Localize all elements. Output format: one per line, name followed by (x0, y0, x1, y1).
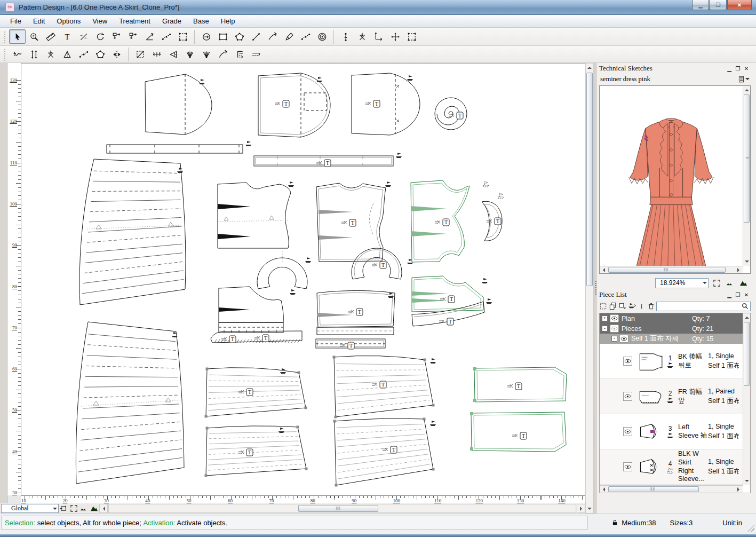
measure-tool-button[interactable] (42, 29, 59, 44)
visibility-toggle[interactable] (619, 335, 628, 343)
piece-list-vscrollbar[interactable] (743, 313, 750, 485)
vscroll-thumb[interactable] (586, 73, 593, 286)
piece-list-item-4[interactable]: 4BLK W Skirt Right Sleeve...1, SingleSel… (600, 449, 743, 485)
canvas-hscrollbar[interactable]: ⦀⦀ (108, 504, 576, 513)
dart-fan-tool-button[interactable] (181, 47, 198, 61)
ts-close-button[interactable]: ✕ (742, 65, 751, 72)
hscroll-thumb[interactable]: ⦀⦀ (298, 505, 378, 512)
trace-tool-button[interactable] (281, 29, 297, 44)
visibility-toggle[interactable] (623, 392, 632, 401)
hem-curve-tool-button[interactable] (248, 47, 264, 61)
hscroll-left-arrow[interactable] (99, 504, 108, 513)
pattern-canvas[interactable]: TTTTTTTTTTTTTTTTTTTT (21, 63, 585, 495)
fit-sketch-icon[interactable] (712, 279, 722, 288)
frame-points-tool-button[interactable] (403, 29, 420, 44)
visibility-toggle[interactable] (623, 357, 632, 366)
circle-center-tool-button[interactable] (198, 29, 214, 44)
angle-adjust-tool-button[interactable] (141, 29, 158, 44)
piece-search[interactable] (656, 302, 751, 311)
delete-icon[interactable] (647, 301, 655, 311)
menu-file[interactable]: File (4, 15, 27, 27)
visibility-toggle[interactable] (610, 314, 619, 322)
ts-restore-button[interactable]: ❐ (734, 65, 742, 72)
menu-treatment[interactable]: Treatment (113, 15, 156, 27)
seam-split-tool-button[interactable] (75, 29, 92, 44)
visibility-toggle[interactable] (610, 325, 619, 333)
visibility-toggle[interactable] (623, 427, 632, 436)
dart-fold-tool-button[interactable] (198, 47, 214, 61)
menu-help[interactable]: Help (215, 15, 241, 27)
sketch-list-icon[interactable] (737, 75, 745, 83)
pl-close-button[interactable]: ✕ (742, 291, 751, 298)
expand-toggle[interactable]: - (602, 326, 608, 331)
copy-icon[interactable] (609, 301, 617, 311)
frame-zoom-icon[interactable] (59, 504, 69, 513)
corner-point-tool-button[interactable] (370, 29, 387, 44)
minimize-button[interactable]: ▁ (692, 0, 709, 10)
add-point-tool-button[interactable] (337, 29, 354, 44)
menu-view[interactable]: View (86, 15, 113, 27)
dart-arc-tool-button[interactable] (59, 47, 75, 61)
close-button[interactable]: ✕ (727, 0, 752, 10)
zoom-tool-button[interactable]: Z (26, 29, 42, 44)
restore-button[interactable]: ❐ (710, 0, 727, 10)
symmetry-shape-tool-button[interactable] (92, 47, 108, 61)
text-tool-button[interactable]: T (59, 29, 75, 44)
length-adjust-tool-button[interactable] (26, 47, 42, 61)
menu-options[interactable]: Options (51, 15, 86, 27)
marquee-select-icon[interactable] (599, 301, 608, 311)
curve-points-tool-button[interactable] (297, 29, 314, 44)
piece-list-item-1[interactable]: 1BK 後幅 뒤로1, SingleSelf 1 面布 (600, 344, 743, 379)
curve-smooth-tool-button[interactable] (9, 47, 26, 61)
zoom-level-select[interactable]: 18.924% (655, 278, 709, 288)
sketch-zoom-out-mountain-icon[interactable] (725, 279, 735, 288)
mirror-points-tool-button[interactable] (108, 47, 125, 61)
marquee-points-tool-button[interactable] (174, 29, 191, 44)
copy-options-icon[interactable] (618, 301, 627, 311)
canvas-vscrollbar[interactable] (585, 63, 594, 514)
corner-measure-tool-button[interactable] (231, 47, 248, 61)
piece-search-input[interactable] (657, 303, 742, 310)
delete-point-tool-button[interactable] (354, 29, 370, 44)
menu-grade[interactable]: Grade (156, 15, 187, 27)
flip-piece-tool-button[interactable] (132, 47, 148, 61)
polygon-tool-button[interactable] (231, 29, 248, 44)
move-x-tool-button[interactable] (108, 29, 125, 44)
merge-curve-tool-button[interactable] (214, 47, 231, 61)
align-points-tool-button[interactable] (387, 29, 403, 44)
sketch-hscrollbar[interactable]: ⦀⦀ (600, 266, 743, 273)
rotate-tool-button[interactable] (92, 29, 108, 44)
expand-toggle[interactable]: + (602, 315, 608, 321)
view-scope-select[interactable]: Global (1, 504, 59, 513)
sketch-list-chevron-icon[interactable] (745, 78, 750, 82)
pl-restore-button[interactable]: ❐ (734, 291, 742, 298)
piece-list-body[interactable]: +PlanQty: 7-PiecesQty: 21-Self 1 面布 자체Qt… (599, 313, 751, 493)
tree-row-pieces[interactable]: -PiecesQty: 21 (600, 323, 743, 334)
sketch-vscrollbar[interactable]: ⦀ (743, 86, 750, 266)
send-to-flag-icon[interactable] (627, 301, 636, 311)
visibility-toggle[interactable] (623, 462, 632, 471)
path-points-tool-button[interactable] (75, 47, 92, 61)
point-adjust-tool-button[interactable] (158, 29, 174, 44)
info-icon[interactable]: i (637, 301, 646, 311)
ts-minimize-button[interactable]: ▁ (725, 65, 734, 72)
menu-base[interactable]: Base (187, 15, 215, 27)
piece-list-item-3[interactable]: 3Left Sleeve 袖1, SingleSelf 1 面布 (600, 414, 743, 449)
resize-grip[interactable] (747, 525, 754, 532)
expand-toggle[interactable]: - (611, 336, 617, 342)
pl-minimize-button[interactable]: ▁ (725, 291, 734, 298)
move-y-tool-button[interactable] (125, 29, 141, 44)
menu-edit[interactable]: Edit (27, 15, 51, 27)
zoom-in-mountain-icon[interactable] (89, 504, 99, 513)
sketch-zoom-in-mountain-icon[interactable] (738, 279, 749, 288)
sketch-viewport[interactable]: ⦀ ⦀⦀ (599, 85, 751, 274)
curve-tool-button[interactable] (264, 29, 281, 44)
tree-row-self[interactable]: -Self 1 面布 자체Qty: 15 (600, 334, 743, 344)
select-tool-button[interactable] (9, 29, 26, 44)
concentric-circles-tool-button[interactable] (314, 29, 330, 44)
tree-row-plan[interactable]: +PlanQty: 7 (600, 313, 743, 323)
piece-list-hscrollbar[interactable]: ⦀⦀ (600, 485, 743, 493)
move-points-tool-button[interactable] (42, 47, 59, 61)
fit-view-icon[interactable] (69, 504, 79, 513)
width-measure-tool-button[interactable] (148, 47, 165, 61)
